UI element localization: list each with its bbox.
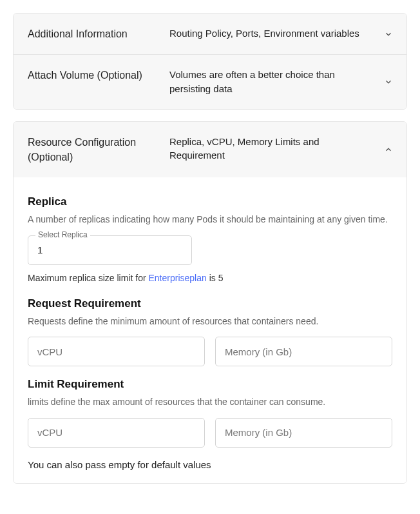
resource-configuration-desc: Replica, vCPU, Memory Limits and Require… bbox=[169, 135, 392, 163]
replica-field: Select Replica bbox=[28, 235, 192, 265]
attach-volume-desc: Volumes are often a better choice than p… bbox=[169, 68, 392, 96]
request-row bbox=[28, 337, 392, 366]
limit-row bbox=[28, 418, 392, 448]
resource-configuration-header[interactable]: Resource Configuration (Optional) Replic… bbox=[14, 122, 406, 177]
replica-hint: Maximum replica size limit for Enterpris… bbox=[28, 273, 392, 283]
enterprise-plan-link[interactable]: Enterpriseplan bbox=[148, 273, 206, 283]
chevron-up-icon bbox=[383, 144, 394, 155]
replica-input[interactable] bbox=[28, 235, 192, 265]
replica-sub: A number of replicas indicating how many… bbox=[28, 213, 392, 226]
additional-information-title: Additional Information bbox=[28, 26, 169, 41]
limit-vcpu-input[interactable] bbox=[28, 418, 205, 448]
chevron-down-icon bbox=[383, 29, 394, 39]
request-memory-input[interactable] bbox=[215, 337, 392, 366]
additional-information-header[interactable]: Additional Information Routing Policy, P… bbox=[14, 14, 406, 55]
attach-volume-title: Attach Volume (Optional) bbox=[28, 68, 169, 83]
limit-sub: limits define the max amount of resource… bbox=[28, 396, 392, 409]
request-vcpu-input[interactable] bbox=[28, 337, 205, 366]
replica-float-label: Select Replica bbox=[35, 230, 90, 239]
chevron-down-icon bbox=[383, 77, 394, 87]
replica-hint-suffix: is 5 bbox=[207, 273, 224, 283]
replica-heading: Replica bbox=[28, 195, 392, 208]
resource-configuration-title: Resource Configuration (Optional) bbox=[28, 135, 169, 164]
request-heading: Request Requirement bbox=[28, 297, 392, 310]
resource-configuration-body: Replica A number of replicas indicating … bbox=[14, 177, 406, 483]
replica-hint-prefix: Maximum replica size limit for bbox=[28, 273, 148, 283]
limit-memory-input[interactable] bbox=[215, 418, 392, 448]
request-sub: Requests define the minimum amount of re… bbox=[28, 315, 392, 328]
attach-volume-header[interactable]: Attach Volume (Optional) Volumes are oft… bbox=[14, 55, 406, 109]
top-accordion-group: Additional Information Routing Policy, P… bbox=[13, 13, 407, 110]
additional-information-desc: Routing Policy, Ports, Environment varia… bbox=[169, 26, 392, 41]
limit-heading: Limit Requirement bbox=[28, 378, 392, 391]
footer-note: You can also pass empty for default valu… bbox=[28, 459, 392, 470]
resource-configuration-panel: Resource Configuration (Optional) Replic… bbox=[13, 121, 407, 484]
